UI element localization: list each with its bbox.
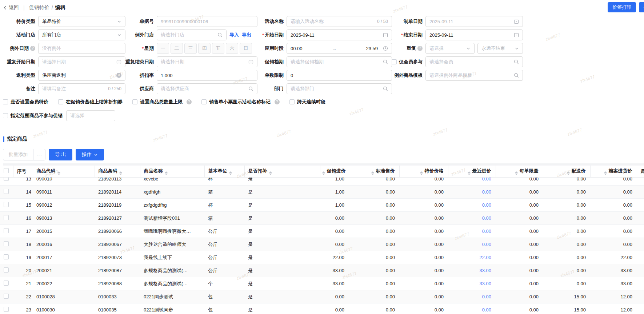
back-button[interactable]: 返回	[3, 4, 19, 11]
weekday-sat-button[interactable]: 六	[226, 43, 238, 54]
repeat-end-input[interactable]: 请选择日期	[157, 56, 257, 67]
special-type-select[interactable]: 单品特价	[38, 16, 125, 27]
option-receipt-mark[interactable]: 销售单小票显示活动名称标记?	[201, 99, 280, 105]
row-checkbox[interactable]	[4, 267, 9, 273]
checkbox[interactable]	[289, 99, 295, 104]
row-checkbox[interactable]	[4, 254, 9, 259]
col-header-deduct[interactable]: 是否扣补	[244, 166, 320, 177]
product-table-body[interactable]: 13090010218920113xcvcbc杯是1.000.000.000.0…	[0, 178, 644, 314]
clear-icon[interactable]: ×	[116, 73, 121, 78]
checkbox[interactable]	[132, 99, 137, 104]
cell-recent_price[interactable]: 33.00	[448, 264, 496, 277]
import-link[interactable]: 导入	[229, 32, 239, 38]
option-total-qty-limit[interactable]: 设置商品总数量上限?	[132, 99, 192, 105]
cell-recent_price[interactable]: 0.00	[448, 225, 496, 238]
row-checkbox[interactable]	[4, 281, 9, 286]
range-exclude-input[interactable]: 请选择	[66, 110, 115, 121]
submit-button[interactable]: 提交	[639, 2, 644, 12]
except-product-tpl-input[interactable]: 请选择例外商品模板	[425, 70, 523, 81]
row-checkbox[interactable]	[4, 189, 9, 194]
supplier-input[interactable]: 请选择供应商	[157, 83, 257, 94]
cell-recent_price[interactable]: 0.00	[448, 212, 496, 225]
export-link[interactable]: 导出	[242, 32, 251, 38]
member-only-checkbox[interactable]	[392, 59, 397, 64]
col-header-name[interactable]: 商品名称	[140, 166, 204, 177]
sort-icon[interactable]	[57, 171, 60, 175]
col-header-promo_price[interactable]: 促销进价	[320, 166, 349, 177]
row-checkbox[interactable]	[4, 215, 9, 220]
row-checkbox[interactable]	[4, 202, 9, 207]
col-header-code[interactable]: 商品代码	[33, 166, 95, 177]
sort-icon[interactable]	[515, 171, 518, 175]
weekday-fri-button[interactable]: 五	[212, 43, 224, 54]
batch-add-button[interactable]: 批量添加	[3, 149, 33, 160]
col-header-unit[interactable]: 基本单位	[204, 166, 244, 177]
start-date-input[interactable]: 2025-09-11	[287, 29, 392, 40]
row-checkbox[interactable]	[4, 178, 9, 181]
cell-recent_price[interactable]: 0.00	[448, 238, 496, 251]
sort-icon[interactable]	[229, 171, 232, 175]
repeat-end-select[interactable]: 永远不结束	[477, 43, 523, 54]
col-header-barcode[interactable]: 商品条码	[95, 166, 140, 177]
option-coupon-on-promo[interactable]: 在促销价基础上结算折扣券	[58, 99, 123, 105]
select-all-checkbox[interactable]	[0, 166, 13, 177]
row-checkbox[interactable]	[4, 241, 9, 246]
rebate-type-select[interactable]: 供应商返利 ×	[38, 70, 125, 81]
export-button[interactable]: 导 出	[49, 149, 72, 160]
row-checkbox[interactable]	[4, 228, 9, 233]
sort-icon[interactable]	[371, 171, 374, 175]
sort-icon[interactable]	[468, 171, 471, 175]
promo-schedule-input[interactable]: 请选择促销档期	[287, 56, 392, 67]
checkbox[interactable]	[3, 99, 8, 104]
sort-icon[interactable]	[567, 171, 570, 175]
weekday-thu-button[interactable]: 四	[198, 43, 211, 54]
sort-icon[interactable]	[165, 171, 168, 175]
weekday-sun-button[interactable]: 日	[240, 43, 252, 54]
activity-name-input[interactable]: 请输入活动名称 0 / 50	[287, 16, 392, 27]
except-date-input[interactable]: 没有例外	[38, 43, 125, 54]
checkbox[interactable]	[3, 113, 8, 118]
price-tag-print-button[interactable]: 价签打印	[608, 2, 636, 12]
end-date-input[interactable]: 2025-09-11	[425, 29, 523, 40]
breadcrumb-parent[interactable]: 促销特价	[29, 4, 49, 11]
checkbox[interactable]	[58, 99, 63, 104]
col-header-archive_price[interactable]: 档案进货价	[590, 166, 637, 177]
question-icon[interactable]: ?	[187, 99, 192, 104]
col-header-special_price[interactable]: 特价价格	[399, 166, 448, 177]
remark-input[interactable]: 请填写备注 0 / 250	[38, 83, 125, 94]
member-only-input[interactable]: 请选择会员	[425, 56, 523, 67]
weekday-mon-button[interactable]: 一	[157, 43, 169, 54]
cell-recent_price[interactable]: 22.00	[448, 251, 496, 264]
cell-recent_price[interactable]: 0.00	[448, 186, 496, 199]
except-store-input[interactable]: 请选择门店	[157, 29, 227, 40]
action-dropdown-button[interactable]: 操作	[76, 149, 104, 160]
col-header-std_price[interactable]: 标准售价	[349, 166, 399, 177]
col-header-delivery_price[interactable]: 配送价	[543, 166, 590, 177]
cell-recent_price[interactable]: 0.00	[448, 303, 496, 314]
time-start[interactable]: 00:00	[291, 46, 303, 51]
weekday-wed-button[interactable]: 三	[184, 43, 197, 54]
option-member-special[interactable]: 是否设置会员特价	[3, 99, 48, 105]
sort-icon[interactable]	[604, 171, 607, 175]
repeat-select[interactable]: 请选择	[425, 43, 475, 54]
weekday-tue-button[interactable]: 二	[171, 43, 183, 54]
activity-store-select[interactable]: 所有门店	[38, 29, 125, 40]
time-range-input[interactable]: 00:00 → 23:59	[287, 43, 392, 54]
cell-recent_price[interactable]: 0.00	[448, 199, 496, 212]
sort-icon[interactable]	[119, 171, 122, 175]
option-range-exclude[interactable]: 指定范围商品不参与促销	[3, 112, 63, 119]
question-icon[interactable]: ?	[417, 46, 423, 51]
cell-recent_price[interactable]: 0.00	[448, 178, 496, 186]
order-limit-input[interactable]: 0	[287, 70, 392, 81]
col-header-per_order_limit[interactable]: 每单限量	[496, 166, 543, 177]
row-checkbox[interactable]	[4, 307, 9, 312]
option-cross-day[interactable]: 跨天连续时段	[289, 99, 325, 105]
repeat-start-input[interactable]: 请选择日期	[38, 56, 125, 67]
checkbox[interactable]	[201, 99, 207, 104]
cell-recent_price[interactable]: 0.00	[448, 290, 496, 303]
sort-icon[interactable]	[322, 171, 325, 175]
cell-recent_price[interactable]: 33.00	[448, 277, 496, 290]
col-header-recent_price[interactable]: 最近进价	[448, 166, 496, 177]
question-icon[interactable]: ?	[275, 99, 280, 104]
row-checkbox[interactable]	[4, 294, 9, 299]
